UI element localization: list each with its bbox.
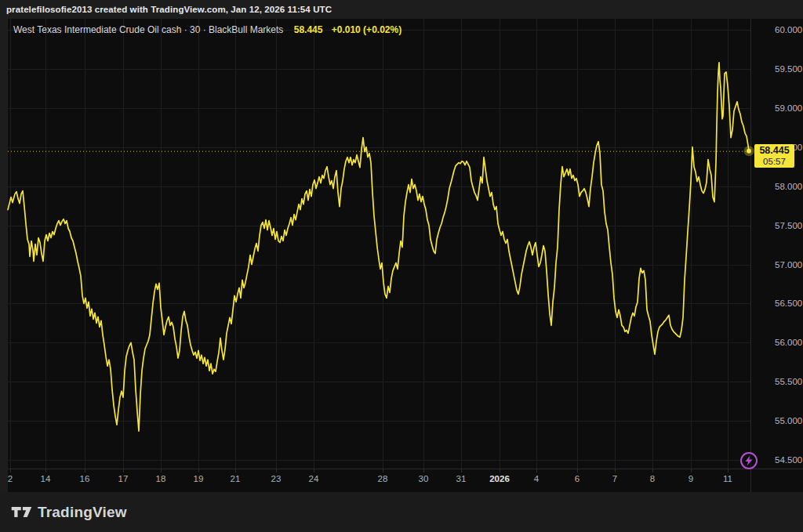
time-axis-tick: [276, 469, 277, 472]
v-gridline: [691, 19, 692, 469]
time-axis-tick: [423, 469, 424, 472]
time-axis-tick: [615, 469, 616, 472]
price-axis-label: 55.500: [775, 377, 802, 386]
time-axis-label: 16: [80, 474, 90, 483]
h-gridline: [8, 382, 750, 382]
time-axis-label: 2026: [489, 474, 510, 483]
v-gridline: [123, 19, 124, 469]
time-axis-label: 31: [456, 474, 467, 483]
footer-bar: TradingView: [0, 492, 803, 532]
v-gridline: [235, 19, 236, 469]
time-axis-tick: [198, 469, 199, 472]
v-gridline: [276, 19, 277, 469]
h-gridline: [8, 226, 750, 226]
time-axis-label: 9: [689, 474, 693, 483]
price-axis-label: 58.000: [775, 182, 802, 191]
time-axis-label: 8: [650, 474, 655, 483]
time-axis-tick: [461, 469, 462, 472]
time-axis-tick: [728, 469, 729, 472]
time-axis-label: 19: [194, 474, 204, 483]
time-axis-tick: [652, 469, 653, 472]
legend-last-price: 58.445: [294, 24, 323, 35]
time-axis-tick: [536, 469, 537, 472]
time-axis-tick: [383, 469, 383, 472]
time-axis-tick: [45, 469, 46, 472]
v-gridline: [423, 19, 424, 469]
time-axis-label: 18: [156, 474, 166, 483]
price-axis-label: 57.000: [775, 260, 802, 270]
time-axis-label: 7: [612, 474, 617, 483]
h-gridline: [8, 69, 750, 70]
price-axis-border: [750, 19, 751, 492]
v-gridline: [615, 19, 616, 469]
tradingview-wordmark: TradingView: [38, 504, 127, 521]
symbol-legend[interactable]: West Texas Intermediate Crude Oil cash ·…: [13, 24, 402, 35]
last-price-value: 58.445: [759, 145, 789, 157]
price-axis-label: 59.000: [775, 103, 802, 113]
time-axis-border: [8, 469, 803, 469]
time-axis-tick: [577, 469, 578, 472]
legend-change: +0.010 (+0.02%): [332, 24, 402, 35]
time-axis-tick: [314, 469, 314, 472]
tradingview-logo-icon: [11, 506, 32, 518]
h-gridline: [8, 460, 750, 461]
v-gridline: [314, 19, 314, 469]
price-axis-label: 57.500: [775, 221, 802, 230]
time-axis-label: 30: [419, 474, 429, 483]
price-axis-label: 55.000: [775, 416, 802, 425]
v-gridline: [161, 19, 162, 469]
time-axis-tick: [123, 469, 124, 472]
time-axis-label: 24: [309, 474, 319, 483]
time-axis-label: 23: [271, 474, 282, 483]
time-axis-label: 14: [41, 474, 51, 483]
time-axis-tick: [500, 469, 500, 472]
attribution-bar: pratelefilosofie2013 created with Tradin…: [0, 0, 803, 19]
v-gridline: [536, 19, 537, 469]
time-axis-tick: [161, 469, 162, 472]
v-gridline: [500, 19, 500, 469]
tradingview-snapshot: pratelefilosofie2013 created with Tradin…: [0, 0, 803, 532]
v-gridline: [728, 19, 729, 469]
tradingview-logo[interactable]: TradingView: [11, 504, 127, 521]
time-axis-label: 11: [723, 474, 732, 483]
time-axis-label: 4: [534, 474, 539, 483]
v-gridline: [577, 19, 578, 469]
price-axis-label: 56.500: [775, 299, 802, 308]
time-axis-tick: [235, 469, 236, 472]
v-gridline: [45, 19, 46, 469]
h-gridline: [8, 108, 750, 109]
price-axis-label: 60.000: [775, 25, 802, 34]
time-axis-label: 6: [575, 474, 580, 483]
v-gridline: [198, 19, 199, 469]
time-axis-label: 2: [8, 474, 13, 483]
v-gridline: [85, 19, 85, 469]
v-gridline: [383, 19, 383, 469]
price-axis-label: 56.000: [775, 338, 802, 347]
attribution-text: pratelefilosofie2013 created with Tradin…: [6, 5, 332, 14]
price-axis-label: 54.500: [775, 455, 802, 465]
time-axis-tick: [85, 469, 85, 472]
time-axis-tick: [691, 469, 692, 472]
h-gridline: [8, 342, 750, 343]
last-price-axis-label: 58.445 05:57: [754, 144, 794, 168]
time-axis-label: 28: [378, 474, 388, 483]
time-axis-tick: [10, 469, 11, 472]
h-gridline: [8, 147, 750, 148]
h-gridline: [8, 186, 750, 187]
boost-button[interactable]: [740, 452, 758, 469]
v-gridline: [461, 19, 462, 469]
price-axis-label: 59.500: [775, 64, 802, 74]
symbol-title[interactable]: West Texas Intermediate Crude Oil cash ·…: [13, 24, 283, 35]
frame-left-border: [0, 19, 8, 492]
h-gridline: [8, 265, 750, 266]
bar-countdown: 05:57: [763, 157, 786, 167]
h-gridline: [8, 303, 750, 304]
lightning-icon: [744, 455, 754, 466]
v-gridline: [652, 19, 653, 469]
h-gridline: [8, 421, 750, 422]
v-gridline: [10, 19, 11, 469]
time-axis-label: 21: [231, 474, 241, 483]
time-axis-label: 17: [118, 474, 129, 483]
